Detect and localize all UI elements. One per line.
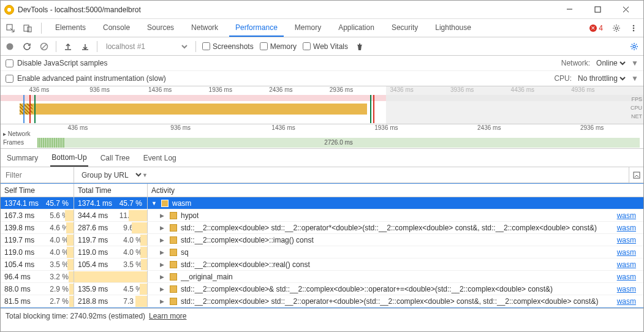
target-select[interactable]: localhost #1: [104, 42, 189, 51]
tab-elements[interactable]: Elements: [49, 20, 92, 37]
table-row[interactable]: 88.0 ms2.9 %135.9 ms4.5 %▶std::__2::comp…: [1, 283, 643, 295]
activity-color-swatch: [170, 285, 177, 293]
table-row[interactable]: 105.4 ms3.5 %105.4 ms3.5 %▶std::__2::com…: [1, 258, 643, 271]
tab-network[interactable]: Network: [185, 20, 224, 37]
subtab-summary[interactable]: Summary: [6, 150, 39, 166]
source-link[interactable]: wasm: [617, 211, 640, 220]
expand-icon[interactable]: ▶: [160, 249, 166, 255]
col-activity[interactable]: Activity: [148, 184, 643, 197]
error-badge[interactable]: ✕4: [587, 24, 605, 32]
source-link[interactable]: wasm: [617, 248, 640, 257]
tab-console[interactable]: Console: [97, 20, 136, 37]
advanced-paint-checkbox[interactable]: Enable advanced paint instrumentation (s…: [6, 74, 166, 83]
table-row[interactable]: 167.3 ms5.6 %344.4 ms11.5 %▶hypotwasm: [1, 209, 643, 222]
cpu-track: [32, 104, 366, 115]
cpu-select[interactable]: No throttling: [575, 74, 627, 83]
table-row[interactable]: 139.8 ms4.6 %287.6 ms9.6 %▶std::__2::com…: [1, 222, 643, 234]
disable-js-checkbox[interactable]: Disable JavaScript samples: [6, 59, 107, 67]
activity-label: hypot: [181, 211, 199, 220]
svg-point-7: [615, 27, 618, 29]
table-row[interactable]: 96.4 ms3.2 %2698.5 ms89.7 %▶__original_m…: [1, 271, 643, 283]
save-profile-icon[interactable]: [80, 41, 91, 52]
webvitals-checkbox[interactable]: Web Vitals: [303, 42, 348, 51]
subtab-call-tree[interactable]: Call Tree: [99, 150, 131, 166]
tab-performance[interactable]: Performance: [229, 20, 284, 37]
expand-icon[interactable]: ▶: [160, 213, 166, 219]
source-link[interactable]: wasm: [617, 260, 640, 269]
activity-color-swatch: [170, 212, 177, 219]
marker: [34, 95, 36, 123]
reload-record-button[interactable]: [21, 41, 32, 52]
collapse-icon[interactable]: ▼: [151, 200, 157, 206]
activity-color-swatch: [170, 273, 177, 281]
tab-sources[interactable]: Sources: [141, 20, 180, 37]
track-label: CPU: [631, 104, 642, 112]
bottom-up-table: Self Time Total Time Activity 1374.1 ms4…: [1, 183, 643, 308]
close-button[interactable]: [612, 1, 640, 19]
activity-color-swatch: [170, 298, 177, 305]
ruler-tick: 936 ms: [89, 86, 110, 93]
source-link[interactable]: wasm: [617, 273, 640, 281]
table-row[interactable]: 119.7 ms4.0 %119.7 ms4.0 %▶std::__2::com…: [1, 234, 643, 246]
ruler-tick: 436 ms: [67, 124, 88, 131]
record-button[interactable]: [4, 41, 15, 52]
svg-point-11: [7, 43, 13, 50]
settings-gear-icon[interactable]: [610, 22, 623, 34]
table-row[interactable]: 1374.1 ms45.7 %1374.1 ms45.7 %▼wasm: [1, 197, 643, 209]
expand-icon[interactable]: ▶: [160, 225, 166, 231]
activity-label: std::__2::complex<double>& std::__2::com…: [181, 285, 553, 293]
memory-checkbox[interactable]: Memory: [260, 42, 297, 51]
maximize-button[interactable]: [583, 1, 612, 19]
frames-row-label[interactable]: Frames: [3, 139, 24, 146]
timeline-overview[interactable]: 436 ms936 ms1436 ms1936 ms2436 ms2936 ms…: [1, 86, 643, 124]
screenshots-checkbox[interactable]: Screenshots: [202, 42, 254, 51]
table-row[interactable]: 81.5 ms2.7 %218.8 ms7.3 %▶std::__2::comp…: [1, 295, 643, 307]
table-body[interactable]: 1374.1 ms45.7 %1374.1 ms45.7 %▼wasm167.3…: [1, 197, 643, 307]
tab-memory[interactable]: Memory: [289, 20, 327, 37]
activity-color-swatch: [170, 249, 177, 256]
source-link[interactable]: wasm: [617, 285, 640, 293]
heavy-stack-toggle-icon[interactable]: [629, 167, 643, 183]
expand-icon[interactable]: ▶: [160, 298, 166, 304]
col-self-time[interactable]: Self Time: [1, 184, 74, 197]
svg-point-10: [633, 29, 635, 31]
ruler-tick: 2436 ms: [477, 124, 501, 131]
status-footer: Total blocking time: 2740.92ms (estimate…: [1, 308, 643, 323]
timeline-detail[interactable]: 436 ms936 ms1436 ms1936 ms2436 ms2936 ms…: [1, 124, 643, 149]
load-profile-icon[interactable]: [63, 41, 74, 52]
ruler-tick: 936 ms: [170, 124, 191, 131]
source-link[interactable]: wasm: [617, 236, 640, 244]
source-link[interactable]: wasm: [617, 224, 640, 232]
filter-input[interactable]: [1, 167, 74, 183]
source-link[interactable]: wasm: [617, 297, 640, 306]
tab-lighthouse[interactable]: Lighthouse: [429, 20, 477, 37]
gc-icon[interactable]: [354, 41, 365, 52]
learn-more-link[interactable]: Learn more: [149, 312, 186, 320]
network-select[interactable]: Online: [594, 58, 627, 68]
tab-application[interactable]: Application: [332, 20, 381, 37]
network-label: Network:: [561, 59, 590, 67]
more-menu-icon[interactable]: [627, 22, 640, 34]
col-total-time[interactable]: Total Time: [74, 184, 148, 197]
inspect-element-icon[interactable]: [4, 22, 17, 34]
marker: [23, 95, 25, 123]
minimize-button[interactable]: [555, 1, 583, 19]
dropdown-icon: ▼: [142, 172, 148, 178]
table-row[interactable]: 119.0 ms4.0 %119.0 ms4.0 %▶sqwasm: [1, 246, 643, 258]
device-toolbar-icon[interactable]: [21, 22, 34, 34]
capture-settings-gear-icon[interactable]: [629, 41, 640, 52]
subtab-bottom-up[interactable]: Bottom-Up: [50, 149, 88, 167]
expand-icon[interactable]: ▶: [160, 237, 166, 243]
clear-button[interactable]: [39, 41, 50, 52]
expand-icon[interactable]: ▶: [160, 286, 166, 292]
frames-track[interactable]: 2726.0 ms: [37, 138, 640, 148]
cpu-track-hatch: [20, 104, 32, 115]
tab-security[interactable]: Security: [385, 20, 424, 37]
activity-label: std::__2::complex<double> std::__2::oper…: [181, 297, 598, 306]
expand-icon[interactable]: ▶: [160, 274, 166, 280]
group-select[interactable]: Group by URL: [74, 167, 143, 183]
subtab-event-log[interactable]: Event Log: [142, 150, 178, 166]
network-row-label[interactable]: ▸ Network: [3, 130, 30, 137]
activity-label: sq: [181, 248, 189, 257]
expand-icon[interactable]: ▶: [160, 262, 166, 268]
